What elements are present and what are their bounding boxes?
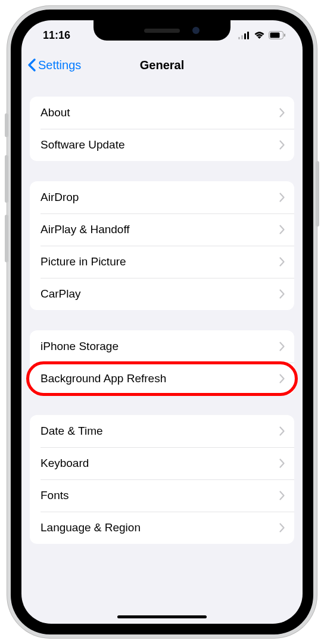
row-label: Keyboard: [40, 457, 89, 470]
row-label: Software Update: [40, 138, 125, 151]
settings-group: AirDropAirPlay & HandoffPicture in Pictu…: [30, 181, 294, 310]
chevron-right-icon: [279, 140, 285, 150]
settings-list[interactable]: AboutSoftware UpdateAirDropAirPlay & Han…: [21, 80, 303, 624]
settings-group: iPhone StorageBackground App Refresh: [30, 330, 294, 395]
chevron-left-icon: [27, 58, 36, 72]
back-label: Settings: [38, 58, 81, 72]
row-label: AirPlay & Handoff: [40, 223, 130, 236]
row-label: AirDrop: [40, 191, 79, 204]
row-label: About: [40, 106, 70, 119]
row-airdrop[interactable]: AirDrop: [30, 181, 294, 213]
home-indicator[interactable]: [117, 615, 207, 618]
row-fonts[interactable]: Fonts: [30, 479, 294, 512]
chevron-right-icon: [279, 491, 285, 500]
volume-up-button: [5, 155, 8, 203]
chevron-right-icon: [279, 459, 285, 468]
row-label: Fonts: [40, 489, 69, 502]
page-title: General: [140, 58, 184, 72]
row-keyboard[interactable]: Keyboard: [30, 447, 294, 479]
svg-rect-1: [241, 35, 243, 39]
row-label: Language & Region: [40, 521, 141, 534]
row-date-time[interactable]: Date & Time: [30, 415, 294, 447]
row-background-app-refresh[interactable]: Background App Refresh: [30, 363, 294, 395]
svg-rect-5: [270, 33, 280, 38]
svg-rect-2: [244, 33, 246, 39]
row-label: CarPlay: [40, 287, 81, 301]
back-button[interactable]: Settings: [27, 58, 81, 72]
chevron-right-icon: [279, 108, 285, 117]
chevron-right-icon: [279, 426, 285, 436]
row-label: Date & Time: [40, 425, 103, 438]
svg-rect-0: [238, 37, 240, 39]
row-label: Background App Refresh: [40, 372, 166, 385]
row-label: Picture in Picture: [40, 255, 126, 268]
navigation-bar: Settings General: [21, 50, 303, 80]
row-airplay-handoff[interactable]: AirPlay & Handoff: [30, 213, 294, 246]
chevron-right-icon: [279, 342, 285, 351]
status-time: 11:16: [43, 29, 70, 42]
row-label: iPhone Storage: [40, 340, 119, 353]
row-about[interactable]: About: [30, 97, 294, 129]
power-button: [316, 161, 319, 227]
row-software-update[interactable]: Software Update: [30, 129, 294, 161]
chevron-right-icon: [279, 523, 285, 532]
notch: [94, 20, 230, 41]
wifi-icon: [254, 31, 265, 39]
row-picture-in-picture[interactable]: Picture in Picture: [30, 246, 294, 278]
row-carplay[interactable]: CarPlay: [30, 278, 294, 310]
chevron-right-icon: [279, 225, 285, 234]
screen: 11:16: [21, 20, 303, 624]
chevron-right-icon: [279, 374, 285, 383]
volume-down-button: [5, 215, 8, 262]
cellular-icon: [238, 32, 250, 39]
svg-rect-6: [284, 34, 285, 37]
svg-rect-3: [247, 32, 249, 39]
battery-icon: [269, 31, 286, 39]
settings-group: Date & TimeKeyboardFontsLanguage & Regio…: [30, 415, 294, 544]
settings-group: AboutSoftware Update: [30, 97, 294, 161]
phone-frame: 11:16: [7, 6, 317, 638]
chevron-right-icon: [279, 257, 285, 267]
chevron-right-icon: [279, 193, 285, 202]
row-language-region[interactable]: Language & Region: [30, 512, 294, 544]
silent-switch: [5, 113, 8, 137]
row-iphone-storage[interactable]: iPhone Storage: [30, 330, 294, 363]
chevron-right-icon: [279, 289, 285, 299]
